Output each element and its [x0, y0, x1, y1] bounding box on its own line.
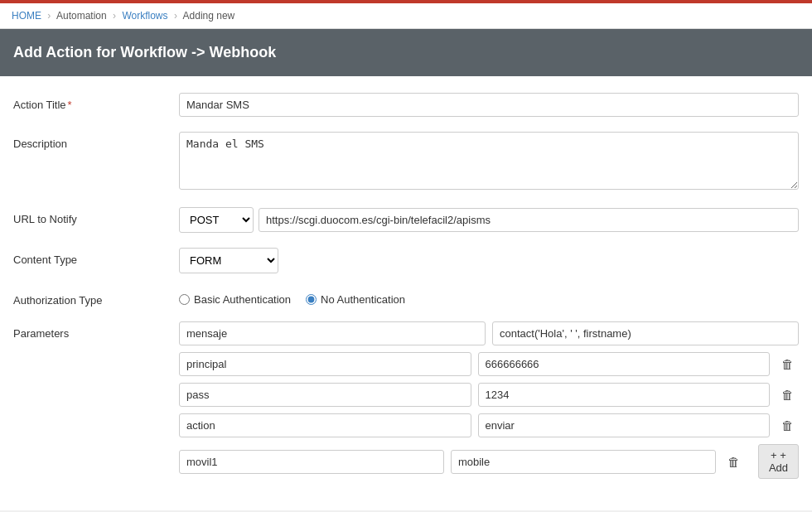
description-textarea[interactable] [179, 132, 799, 190]
breadcrumb-workflows[interactable]: Workflows [122, 10, 167, 22]
action-title-row: Action Title* [13, 93, 799, 117]
auth-type-row: Authorization Type Basic Authentication … [13, 288, 799, 307]
url-notify-area: POST GET PUT DELETE [179, 207, 799, 233]
no-auth-label[interactable]: No Authentication [306, 293, 405, 306]
parameters-area: 🗑 🗑 🗑 🗑 + + Add [179, 321, 799, 479]
parameters-label: Parameters [13, 321, 179, 340]
table-row [179, 321, 799, 345]
sep2: › [113, 10, 116, 22]
description-row: Description [13, 132, 799, 192]
sep3: › [174, 10, 177, 22]
param-value-4[interactable] [478, 413, 771, 437]
param-value-3[interactable] [478, 383, 771, 407]
no-auth-radio[interactable] [306, 294, 317, 305]
content-type-select[interactable]: FORM JSON XML [179, 248, 278, 273]
required-marker: * [68, 99, 72, 111]
description-area [179, 132, 799, 192]
content-type-label: Content Type [13, 248, 179, 266]
form-container: Action Title* Description URL to Notify … [0, 76, 812, 510]
param-key-2[interactable] [179, 352, 471, 376]
table-row: 🗑 [179, 352, 799, 376]
url-input[interactable] [259, 208, 799, 232]
method-select[interactable]: POST GET PUT DELETE [179, 207, 254, 233]
action-title-area [179, 93, 799, 117]
param-value-2[interactable] [478, 352, 771, 376]
url-row: POST GET PUT DELETE [179, 207, 799, 233]
table-row: 🗑 + + Add [179, 444, 799, 479]
table-row: 🗑 [179, 413, 799, 437]
content-type-area: FORM JSON XML [179, 248, 799, 273]
param-value-5[interactable] [451, 450, 716, 474]
param-value-1[interactable] [492, 321, 799, 345]
delete-param-2-button[interactable]: 🗑 [776, 354, 799, 374]
action-title-label: Action Title* [13, 93, 179, 111]
table-row: 🗑 [179, 383, 799, 407]
param-key-3[interactable] [179, 383, 471, 407]
delete-param-4-button[interactable]: 🗑 [776, 415, 799, 436]
breadcrumb-current: Adding new [183, 10, 235, 22]
auth-type-area: Basic Authentication No Authentication [179, 288, 799, 306]
url-notify-label: URL to Notify [13, 207, 179, 225]
auth-radio-group: Basic Authentication No Authentication [179, 288, 799, 306]
parameters-row: Parameters 🗑 🗑 [13, 321, 799, 479]
plus-icon: + [771, 449, 777, 461]
param-key-1[interactable] [179, 321, 486, 345]
param-key-5[interactable] [179, 450, 444, 474]
param-key-4[interactable] [179, 413, 471, 437]
breadcrumb-automation: Automation [56, 10, 107, 22]
params-grid: 🗑 🗑 🗑 🗑 + + Add [179, 321, 799, 479]
breadcrumb-home[interactable]: HOME [12, 10, 41, 22]
add-param-button[interactable]: + + Add [758, 444, 799, 479]
delete-param-3-button[interactable]: 🗑 [776, 384, 799, 405]
delete-param-5-button[interactable]: 🗑 [723, 452, 745, 472]
page-title: Add Action for Workflow -> Webhook [13, 44, 276, 60]
sep1: › [47, 10, 51, 22]
basic-auth-label[interactable]: Basic Authentication [179, 293, 291, 306]
breadcrumb: HOME › Automation › Workflows › Adding n… [0, 3, 812, 29]
content-type-row: Content Type FORM JSON XML [13, 248, 799, 273]
action-title-input[interactable] [179, 93, 799, 117]
description-label: Description [13, 132, 179, 150]
basic-auth-radio[interactable] [179, 294, 190, 305]
page-header: Add Action for Workflow -> Webhook [0, 29, 812, 76]
url-notify-row: URL to Notify POST GET PUT DELETE [13, 207, 799, 233]
auth-type-label: Authorization Type [13, 288, 179, 307]
